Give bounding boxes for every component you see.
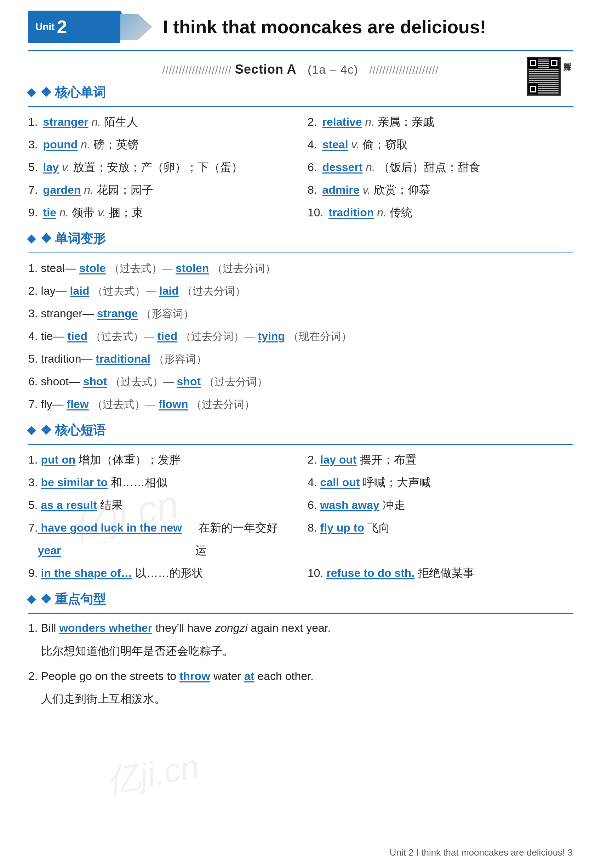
- phrase-item-5: 5. as a result 结果: [28, 494, 293, 517]
- vocab-item-6: 6. dessert n. （饭后）甜点；甜食: [308, 156, 573, 179]
- phrase-item-4: 4. call out 呼喊；大声喊: [308, 471, 573, 494]
- vocab-item-9: 9. tie n. 领带 v. 捆；束: [28, 201, 293, 224]
- form-item-6: 6. shoot— shot （过去式）— shot （过去分词）: [28, 370, 573, 393]
- phrases-rule: [28, 444, 573, 445]
- phrase-item-10: 10. refuse to do sth. 拒绝做某事: [308, 562, 573, 584]
- unit-label: Unit: [35, 21, 55, 32]
- vocab-item-8: 8. admire v. 欣赏；仰慕: [308, 179, 573, 201]
- form-item-5: 5. tradition— traditional （形容词）: [28, 347, 573, 370]
- sentence-2-en: 2. People go on the streets to throw wat…: [28, 665, 573, 687]
- vocab-rule: [28, 106, 573, 107]
- vocab-heading-text: ❖ 核心单词: [40, 84, 106, 101]
- sentence-1-en: 1. Bill wonders whether they'll have zon…: [28, 617, 573, 639]
- form-item-2: 2. lay— laid （过去式）— laid （过去分词）: [28, 280, 573, 302]
- slashes-right: /////////////////////: [369, 64, 439, 76]
- form-item-1: 1. steal— stole （过去式）— stolen （过去分词）: [28, 257, 573, 280]
- diamond-icon-forms: [27, 234, 36, 243]
- vocab-item-2: 2. relative n. 亲属；亲戚: [308, 110, 573, 133]
- vocab-item-1: 1. stranger n. 陌生人: [28, 110, 293, 133]
- qr-area: 听并默写: [527, 57, 573, 96]
- sentence-2-zh: 人们走到街上互相泼水。: [28, 688, 573, 710]
- forms-rule: [28, 252, 573, 253]
- diamond-icon-vocab: [27, 88, 36, 97]
- forms-list: 1. steal— stole （过去式）— stolen （过去分词） 2. …: [28, 257, 573, 416]
- vocab-heading: ❖ 核心单词: [28, 84, 573, 101]
- vocab-item-7: 7. garden n. 花园；园子: [28, 179, 293, 201]
- sentences-heading: ❖ 重点句型: [28, 591, 573, 608]
- phrase-grid: 1. put on 增加（体重）；发胖 2. lay out 摆开；布置 3. …: [28, 448, 573, 584]
- phrase-item-1: 1. put on 增加（体重）；发胖: [28, 448, 293, 471]
- slashes-left: /////////////////////: [162, 64, 235, 76]
- unit-number: 2: [56, 16, 67, 38]
- phrase-item-6: 6. wash away 冲走: [308, 494, 573, 517]
- forms-heading: ❖ 单词变形: [28, 230, 573, 248]
- qr-code: [527, 57, 561, 96]
- diamond-icon-sentences: [27, 595, 36, 604]
- sentence-section: 1. Bill wonders whether they'll have zon…: [28, 617, 573, 710]
- forms-heading-text: ❖ 单词变形: [40, 230, 106, 248]
- sentences-heading-text: ❖ 重点句型: [40, 591, 106, 608]
- section-name: Section A: [235, 62, 297, 76]
- page-header: Unit 2 I think that mooncakes are delici…: [28, 0, 573, 51]
- page-footer: Unit 2 I think that mooncakes are delici…: [390, 847, 573, 858]
- vocab-item-4: 4. steal v. 偷；窃取: [308, 133, 573, 156]
- vocab-item-5: 5. lay v. 放置；安放；产（卵）；下（蛋）: [28, 156, 293, 179]
- form-item-3: 3. stranger— strange （形容词）: [28, 302, 573, 325]
- vocab-item-10: 10. tradition n. 传统: [308, 201, 573, 224]
- phrase-item-3: 3. be similar to 和……相似: [28, 471, 293, 494]
- sentences-rule: [28, 613, 573, 614]
- phrase-item-2: 2. lay out 摆开；布置: [308, 448, 573, 471]
- phrases-heading-text: ❖ 核心短语: [40, 422, 106, 439]
- section-range: (1a – 4c): [308, 63, 358, 76]
- phrase-item-8: 8. fly up to 飞向: [308, 517, 573, 562]
- page: Unit 2 I think that mooncakes are delici…: [0, 0, 601, 868]
- vocab-item-3: 3. pound n. 磅；英镑: [28, 133, 293, 156]
- page-title: I think that mooncakes are delicious!: [163, 16, 573, 38]
- vocab-grid: 1. stranger n. 陌生人 2. relative n. 亲属；亲戚 …: [28, 110, 573, 224]
- phrase-item-7: 7. have good luck in the new year 在新的一年交…: [28, 517, 293, 562]
- form-item-7: 7. fly— flew （过去式）— flown （过去分词）: [28, 393, 573, 416]
- watermark2: 亿ji.cn: [103, 744, 203, 805]
- diamond-icon-phrases: [27, 426, 36, 435]
- form-item-4: 4. tie— tied （过去式）— tied （过去分词）— tying （…: [28, 325, 573, 347]
- sentence-1-zh: 比尔想知道他们明年是否还会吃粽子。: [28, 640, 573, 662]
- section-label: ///////////////////// Section A (1a – 4c…: [28, 62, 573, 77]
- phrases-heading: ❖ 核心短语: [28, 422, 573, 439]
- phrase-item-9: 9. in the shape of… 以……的形状: [28, 562, 293, 584]
